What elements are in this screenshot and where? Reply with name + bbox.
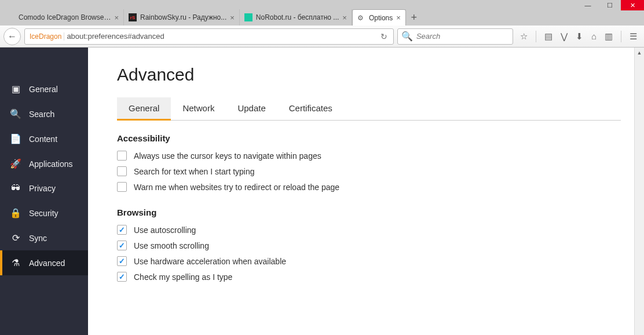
search-input[interactable] bbox=[416, 32, 514, 41]
subtab-update[interactable]: Update bbox=[226, 97, 277, 120]
sidebar-item-label: Search bbox=[29, 110, 54, 119]
window-controls: — ☐ ✕ bbox=[577, 0, 644, 10]
close-icon[interactable]: × bbox=[230, 13, 235, 22]
security-icon: 🔒 bbox=[10, 207, 21, 219]
option-label: Search for text when I start typing bbox=[134, 167, 255, 176]
address-bar[interactable]: IceDragon ↻ bbox=[24, 28, 394, 45]
checkbox[interactable] bbox=[117, 241, 127, 250]
new-tab-button[interactable]: + bbox=[406, 9, 422, 26]
tab-2[interactable]: NoRobot.ru - бесплатно ... × bbox=[240, 9, 352, 26]
option-label: Always use the cursor keys to navigate w… bbox=[134, 151, 321, 161]
option-row: Use smooth scrolling bbox=[117, 238, 621, 253]
sidebar-item-general[interactable]: ▣General bbox=[0, 77, 88, 101]
bookmark-icon[interactable]: ☆ bbox=[520, 31, 528, 42]
content-icon: 📄 bbox=[10, 133, 21, 144]
advanced-icon: ⚗ bbox=[10, 257, 21, 268]
minimize-button[interactable]: — bbox=[577, 0, 599, 10]
option-row: Use autoscrolling bbox=[117, 222, 621, 238]
gear-icon: ⚙ bbox=[357, 14, 365, 22]
tab-3[interactable]: ⚙ Options × bbox=[352, 9, 406, 26]
sidebar-item-label: Privacy bbox=[29, 184, 56, 193]
sidebar-item-label: General bbox=[29, 85, 58, 94]
section-heading: Browsing bbox=[117, 207, 621, 217]
tab-strip: Comodo IceDragon Browser | ... × rS Rain… bbox=[0, 9, 422, 26]
sync-icon: ⟳ bbox=[10, 232, 21, 243]
subtab-network[interactable]: Network bbox=[171, 97, 226, 120]
checkbox[interactable] bbox=[117, 166, 127, 176]
panel-icon[interactable]: ▥ bbox=[605, 31, 613, 42]
preferences-main: Advanced GeneralNetworkUpdateCertificate… bbox=[88, 48, 644, 335]
sidebar-item-label: Security bbox=[29, 209, 58, 218]
checkbox[interactable] bbox=[117, 225, 127, 235]
option-label: Check my spelling as I type bbox=[134, 272, 232, 282]
toolbar: ← IceDragon ↻ 🔍 ☆ ▤ ⋁ ⬇ ⌂ ▥ ☰ bbox=[0, 26, 644, 48]
sidebar-item-label: Sync bbox=[29, 234, 47, 243]
privacy-icon: 🕶 bbox=[10, 183, 21, 194]
checkbox[interactable] bbox=[117, 151, 127, 161]
sidebar-item-label: Advanced bbox=[29, 258, 65, 268]
page-title: Advanced bbox=[117, 65, 621, 85]
sidebar-item-label: Applications bbox=[29, 159, 73, 169]
checkbox[interactable] bbox=[117, 272, 127, 282]
toolbar-icons: ☆ ▤ ⋁ ⬇ ⌂ ▥ ☰ bbox=[517, 31, 641, 42]
sidebar-item-applications[interactable]: 🚀Applications bbox=[0, 151, 88, 176]
option-label: Use autoscrolling bbox=[134, 225, 196, 235]
search-icon: 🔍 bbox=[401, 31, 413, 42]
tab-title: Comodo IceDragon Browser | ... bbox=[19, 13, 111, 21]
option-label: Use hardware acceleration when available bbox=[134, 257, 286, 266]
divider bbox=[536, 31, 536, 42]
tab-0[interactable]: Comodo IceDragon Browser | ... × bbox=[2, 9, 124, 26]
clipboard-icon[interactable]: ▤ bbox=[544, 31, 552, 42]
pocket-icon[interactable]: ⋁ bbox=[561, 31, 568, 42]
subtab-general[interactable]: General bbox=[117, 97, 171, 121]
favicon-teal bbox=[244, 13, 253, 21]
close-icon[interactable]: × bbox=[342, 13, 347, 22]
sidebar-item-label: Content bbox=[29, 134, 57, 144]
tab-title: RainbowSky.ru - Радужно... bbox=[140, 13, 226, 21]
sidebar-item-content[interactable]: 📄Content bbox=[0, 126, 88, 151]
sidebar-item-security[interactable]: 🔒Security bbox=[0, 201, 88, 225]
sidebar-item-search[interactable]: 🔍Search bbox=[0, 101, 88, 126]
close-window-button[interactable]: ✕ bbox=[621, 0, 644, 10]
tab-title: NoRobot.ru - бесплатно ... bbox=[256, 13, 339, 21]
vertical-scrollbar[interactable]: ▲ bbox=[634, 48, 644, 335]
checkbox[interactable] bbox=[117, 256, 127, 266]
sidebar-item-privacy[interactable]: 🕶Privacy bbox=[0, 176, 88, 201]
url-input[interactable] bbox=[67, 32, 375, 41]
back-button[interactable]: ← bbox=[3, 28, 21, 45]
sidebar-item-advanced[interactable]: ⚗Advanced bbox=[0, 250, 88, 275]
general-icon: ▣ bbox=[10, 83, 21, 94]
maximize-button[interactable]: ☐ bbox=[599, 0, 621, 10]
subtab-certificates[interactable]: Certificates bbox=[277, 97, 344, 120]
section-browsing: Browsing Use autoscrollingUse smooth scr… bbox=[117, 207, 621, 285]
preferences-sidebar: ▣General🔍Search📄Content🚀Applications🕶Pri… bbox=[0, 48, 88, 335]
tab-title: Options bbox=[369, 14, 393, 22]
home-icon[interactable]: ⌂ bbox=[591, 31, 597, 41]
applications-icon: 🚀 bbox=[10, 158, 21, 169]
option-label: Use smooth scrolling bbox=[134, 241, 209, 250]
option-row: Search for text when I start typing bbox=[117, 163, 621, 179]
option-row: Always use the cursor keys to navigate w… bbox=[117, 148, 621, 163]
titlebar: Comodo IceDragon Browser | ... × rS Rain… bbox=[0, 0, 644, 26]
checkbox[interactable] bbox=[117, 182, 127, 192]
search-icon: 🔍 bbox=[10, 108, 21, 119]
section-accessibility: Accessibility Always use the cursor keys… bbox=[117, 133, 621, 195]
subtab-strip: GeneralNetworkUpdateCertificates bbox=[117, 97, 621, 121]
sidebar-item-sync[interactable]: ⟳Sync bbox=[0, 225, 88, 250]
option-row: Use hardware acceleration when available bbox=[117, 253, 621, 269]
close-icon[interactable]: × bbox=[396, 13, 401, 22]
section-heading: Accessibility bbox=[117, 133, 621, 143]
option-row: Warn me when websites try to redirect or… bbox=[117, 179, 621, 195]
tab-1[interactable]: rS RainbowSky.ru - Радужно... × bbox=[124, 9, 240, 26]
option-label: Warn me when websites try to redirect or… bbox=[134, 183, 339, 192]
divider bbox=[621, 31, 621, 42]
reload-icon[interactable]: ↻ bbox=[377, 32, 391, 41]
downloads-icon[interactable]: ⬇ bbox=[576, 31, 583, 42]
close-icon[interactable]: × bbox=[114, 13, 119, 22]
favicon-blank bbox=[7, 13, 15, 21]
scroll-up-icon[interactable]: ▲ bbox=[635, 48, 644, 57]
search-bar[interactable]: 🔍 bbox=[397, 28, 513, 45]
menu-icon[interactable]: ☰ bbox=[630, 31, 637, 42]
favicon-rs: rS bbox=[129, 13, 137, 21]
option-row: Check my spelling as I type bbox=[117, 269, 621, 285]
